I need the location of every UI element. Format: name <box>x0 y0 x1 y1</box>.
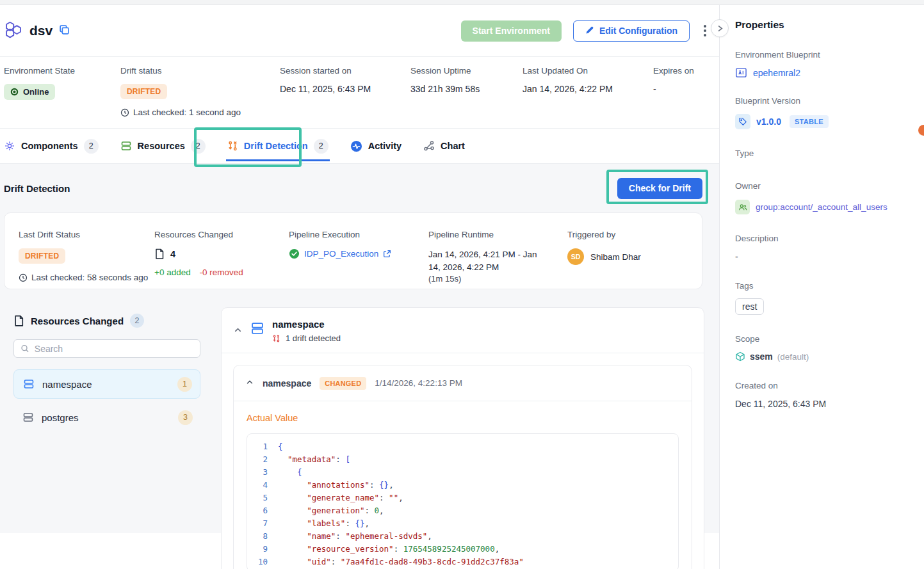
code-line: 6 "generation": 0, <box>247 504 678 517</box>
scope-default-suffix: (default) <box>777 352 809 362</box>
tab-bar: Components 2 Resources 2 Dr <box>0 128 719 164</box>
owner-label: Owner <box>735 181 909 191</box>
start-environment-button[interactable]: Start Environment <box>461 20 562 42</box>
code-line: 3 { <box>247 466 678 479</box>
list-item-namespace[interactable]: namespace 1 <box>13 369 200 399</box>
resources-changed-panel: Resources Changed 2 namespace <box>4 307 206 436</box>
top-strip <box>0 0 924 5</box>
tag-chip: rest <box>735 298 764 315</box>
tab-components[interactable]: Components 2 <box>4 129 99 163</box>
resources-changed-panel-badge: 2 <box>130 314 144 328</box>
group-icon <box>735 200 750 214</box>
code-block[interactable]: 1{2 "metadata": [3 {4 "annotations": {},… <box>247 433 679 569</box>
server-stack-icon <box>120 140 132 152</box>
drift-last-checked: Last checked: 1 second ago <box>120 108 280 117</box>
check-for-drift-button[interactable]: Check for Drift <box>617 178 702 199</box>
drift-compare-icon <box>272 334 280 343</box>
resources-changed-count: 4 <box>170 249 175 259</box>
gear-icon <box>4 140 15 152</box>
file-icon <box>13 315 24 327</box>
code-line: 4 "annotations": {}, <box>247 479 678 492</box>
chevron-up-icon[interactable] <box>245 378 254 389</box>
owner-link[interactable]: group:account/_account_all_users <box>756 202 888 212</box>
created-on-label: Created on <box>735 381 909 390</box>
environment-title: dsv <box>29 23 53 38</box>
last-updated-value: Jan 14, 2026, 4:22 PM <box>523 84 653 94</box>
resources-changed-label: Resources Changed <box>154 230 289 239</box>
pipeline-runtime-duration: (1m 15s) <box>428 274 567 284</box>
divider <box>222 353 704 353</box>
code-line: 2 "metadata": [ <box>247 453 678 466</box>
properties-title: Properties <box>735 19 909 31</box>
session-started-value: Dec 11, 2025, 6:43 PM <box>280 84 410 94</box>
pipeline-execution-label: Pipeline Execution <box>289 230 428 239</box>
blueprint-version-value[interactable]: v1.0.0 <box>756 116 781 127</box>
search-icon <box>20 344 29 353</box>
power-icon <box>10 88 19 96</box>
session-uptime-value: 33d 21h 39m 58s <box>410 84 523 94</box>
drift-event-timestamp: 1/14/2026, 4:22:13 PM <box>375 378 462 388</box>
drift-status-card: Last Drift Status DRIFTED Last checked: … <box>4 212 702 289</box>
resources-removed: -0 removed <box>199 268 243 277</box>
drift-compare-icon <box>227 140 238 152</box>
created-on-value: Dec 11, 2025, 6:43 PM <box>735 399 909 409</box>
pencil-icon <box>585 26 594 36</box>
tab-chart[interactable]: Chart <box>423 129 465 163</box>
collapse-sidebar-button[interactable] <box>711 19 729 37</box>
session-started-label: Session started on <box>280 66 410 76</box>
scope-value: ssem <box>750 351 773 362</box>
last-drift-checked: Last checked: 58 seconds ago <box>19 273 154 282</box>
drifted-badge: DRIFTED <box>120 84 167 99</box>
file-icon <box>154 248 165 260</box>
code-line: 9 "resource_version": 176545892524500700… <box>247 543 678 556</box>
resource-detail-panel: namespace 1 drift detected <box>221 307 704 569</box>
triggered-by-value: Shibam Dhar <box>590 252 641 262</box>
drift-status-label: Drift status <box>120 66 280 76</box>
code-line: 8 "name": "ephemeral-sdvds", <box>247 530 678 543</box>
tab-activity[interactable]: Activity <box>350 129 401 163</box>
code-lines: 1{2 "metadata": [3 {4 "annotations": {},… <box>247 440 678 568</box>
more-options-menu-icon[interactable] <box>701 22 709 39</box>
drift-detected-text: 1 drift detected <box>286 333 341 343</box>
hexagon-logo-icon <box>4 20 23 42</box>
environment-blueprint-label: Environment Blueprint <box>735 50 909 60</box>
actual-value-label: Actual Value <box>247 413 679 423</box>
external-link-icon <box>383 250 391 258</box>
online-status-badge: Online <box>4 84 55 100</box>
main-panel: dsv Start Environment Edit Con <box>0 0 720 569</box>
drift-count-badge: 3 <box>178 410 193 425</box>
code-line: 1{ <box>247 440 678 453</box>
edit-configuration-button[interactable]: Edit Configuration <box>573 20 690 42</box>
app-root: dsv Start Environment Edit Con <box>0 0 924 569</box>
stable-badge: STABLE <box>790 115 829 128</box>
environment-blueprint-link[interactable]: epehemral2 <box>753 68 800 78</box>
list-item-postgres[interactable]: postgres 3 <box>13 403 200 432</box>
drift-event-card: namespace CHANGED 1/14/2026, 4:22:13 PM … <box>233 365 692 569</box>
resources-changed-panel-title: Resources Changed <box>31 316 124 326</box>
search-input-wrap <box>13 339 200 358</box>
code-line: 5 "generate_name": "", <box>247 492 678 504</box>
resource-detail-title: namespace <box>272 319 341 330</box>
activity-pulse-icon <box>350 140 362 152</box>
blueprint-icon <box>735 67 747 78</box>
chevron-up-icon[interactable] <box>233 325 243 337</box>
drift-detection-content: Drift Detection Check for Drift Last Dri… <box>0 164 719 533</box>
triggered-by-label: Triggered by <box>567 230 641 239</box>
drift-count-badge: 1 <box>177 377 192 392</box>
description-value: - <box>735 252 909 262</box>
tab-resources[interactable]: Resources 2 <box>120 129 206 163</box>
tab-drift-detection[interactable]: Drift Detection 2 <box>227 129 328 163</box>
search-input[interactable] <box>35 344 193 354</box>
copy-icon[interactable] <box>59 24 70 38</box>
tag-icon <box>735 114 750 129</box>
last-drift-status-label: Last Drift Status <box>19 230 154 239</box>
type-label: Type <box>735 148 909 158</box>
environment-meta-row: Environment State Online Drift status DR… <box>0 57 719 128</box>
chevron-right-icon <box>716 24 724 33</box>
pipeline-execution-link[interactable]: IDP_PO_Execution <box>304 249 378 259</box>
server-stack-icon <box>23 378 35 390</box>
code-line: 10 "uid": "7aa4fd1c-dad8-49b3-8cdc-91dd2… <box>247 556 678 568</box>
pipeline-runtime-value: Jan 14, 2026, 4:21 PM - Jan 14, 2026, 4:… <box>428 248 547 274</box>
last-updated-label: Last Updated On <box>523 66 653 76</box>
drift-event-name: namespace <box>263 378 311 389</box>
